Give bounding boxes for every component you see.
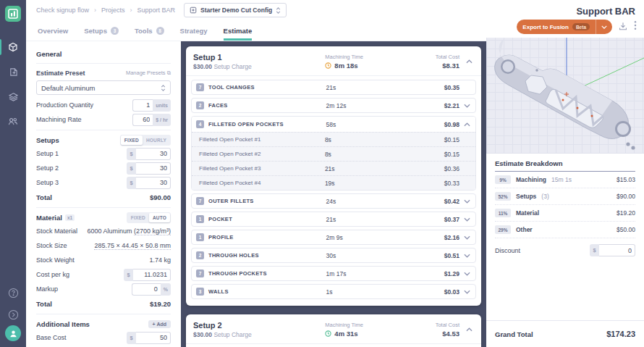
breakdown-label: Machining <box>516 176 546 183</box>
tab-estimate[interactable]: Estimate <box>224 20 253 41</box>
count-badge: 2 <box>196 101 204 109</box>
percent-suffix: % <box>161 283 171 296</box>
feature-time: 21s <box>326 84 413 91</box>
currency-prefix: $ <box>590 244 599 256</box>
feature-row-through-pockets[interactable]: 7THROUGH POCKETS 1m 17s $1.29 <box>191 266 476 281</box>
toggle-auto[interactable]: AUTO <box>149 213 170 222</box>
chevron-down-icon[interactable] <box>459 272 473 276</box>
feature-row-outer-fillets[interactable]: 7OUTER FILLETS 24s $0.42 <box>191 193 476 209</box>
feature-label: PROFILE <box>208 234 234 241</box>
sub-feature-row[interactable]: Filleted Open Pocket #3 21s $0.36 <box>192 161 475 175</box>
markup-input[interactable] <box>132 283 161 296</box>
tab-count-badge: 8 <box>156 27 164 35</box>
setup3-charge-input[interactable] <box>136 177 171 189</box>
feature-cost: $2.21 <box>413 102 459 109</box>
clock-icon <box>325 62 331 69</box>
breadcrumb-current[interactable]: Support BAR <box>137 7 176 14</box>
breakdown-value: $19.20 <box>617 209 635 217</box>
preset-select-value: Default Aluminum <box>41 84 95 92</box>
tab-tools[interactable]: Tools8 <box>135 20 164 41</box>
feature-row-pocket[interactable]: 1POCKET 21s $0.37 <box>191 212 476 227</box>
preset-select[interactable]: Default Aluminum <box>36 80 171 95</box>
toggle-hourly[interactable]: HOURLY <box>143 135 170 145</box>
material-section-header: Material <box>36 214 62 222</box>
feature-row-filleted-open-pockets[interactable]: 4FILLETED OPEN POCKETS 58s $0.98 <box>192 117 475 132</box>
setup1-card-header[interactable]: Setup 1 $30.00 Setup Charge Machining Ti… <box>186 51 481 76</box>
chevron-down-icon[interactable] <box>459 290 473 294</box>
config-selector[interactable]: Starter Demo Cut Config <box>184 3 287 17</box>
sidebar-item-team[interactable] <box>0 109 26 133</box>
collapse-card-icon[interactable] <box>459 59 474 64</box>
rate-unit-suffix: $ / hr <box>153 114 171 126</box>
tab-overview[interactable]: Overview <box>38 20 68 41</box>
add-item-button[interactable]: + Add <box>148 320 171 328</box>
sidebar-item-3d-model[interactable] <box>0 35 26 59</box>
stock-size-value[interactable]: 285.75 × 44.45 × 50.8 mm <box>94 242 171 250</box>
production-quantity-input[interactable] <box>132 99 153 112</box>
material-total-value: $19.20 <box>150 300 171 308</box>
chevron-down-icon[interactable] <box>459 235 473 240</box>
cost-per-kg-input[interactable] <box>133 269 171 281</box>
chevron-down-icon[interactable] <box>459 217 473 222</box>
discount-row: Discount $ <box>495 244 635 256</box>
setup2-card-header[interactable]: Setup 2 $30.00 Setup Charge Machining Ti… <box>186 319 481 344</box>
feature-row-profile[interactable]: 1PROFILE 2m 9s $2.16 <box>191 230 476 245</box>
chevron-down-icon[interactable] <box>459 104 473 108</box>
chevron-down-icon[interactable] <box>459 199 473 204</box>
breadcrumb-projects[interactable]: Projects <box>101 7 125 14</box>
sub-feature-row[interactable]: Filleted Open Pocket #2 8s $0.15 <box>192 146 475 161</box>
feature-row-tool-changes[interactable]: 7TOOL CHANGES 21s $0.35 <box>191 80 476 95</box>
toggle-fixed[interactable]: FIXED <box>121 135 143 145</box>
clock-icon <box>325 330 331 337</box>
chevron-up-icon[interactable] <box>459 122 473 127</box>
base-cost-input[interactable] <box>136 332 171 344</box>
sub-feature-row[interactable]: Filleted Open Pocket #1 8s $0.15 <box>192 132 475 146</box>
kebab-menu-icon[interactable] <box>634 20 637 33</box>
help-button[interactable] <box>0 282 26 304</box>
sub-feature-row[interactable]: Filleted Open Pocket #4 19s $0.33 <box>192 175 475 190</box>
tab-setups[interactable]: Setups3 <box>84 20 119 41</box>
app-logo-icon[interactable] <box>5 6 21 22</box>
markup-label: Markup <box>36 285 58 293</box>
material-mode-toggle: FIXED AUTO <box>127 212 171 223</box>
feature-label: OUTER FILLETS <box>208 198 254 204</box>
feature-time: 1s <box>326 288 413 296</box>
sub-feature-label: Filleted Open Pocket #2 <box>199 151 325 157</box>
divider <box>36 63 171 64</box>
feature-row-walls[interactable]: 3WALLS 1s $0.03 <box>191 284 476 299</box>
3d-part-viewer[interactable] <box>486 38 644 154</box>
feature-row-through-holes[interactable]: 2THROUGH HOLES 30s $0.51 <box>191 248 476 263</box>
tab-label: Tools <box>135 27 153 35</box>
collapse-card-icon[interactable] <box>459 327 474 332</box>
collapse-button[interactable] <box>0 304 26 325</box>
sidebar-item-new-file[interactable] <box>0 59 26 84</box>
general-section-header: General <box>36 50 62 58</box>
setup2-charge-input[interactable] <box>136 162 171 175</box>
percent-badge: 29% <box>495 225 511 234</box>
chevron-down-icon[interactable] <box>459 254 473 258</box>
sidebar-item-layers[interactable] <box>0 84 26 109</box>
setup1-charge-input[interactable] <box>136 148 171 160</box>
select-caret-icon <box>161 85 166 91</box>
sub-feature-time: 21s <box>325 165 413 172</box>
tab-strategy[interactable]: Strategy <box>180 20 208 41</box>
discount-input[interactable] <box>599 244 635 256</box>
toggle-fixed[interactable]: FIXED <box>127 213 149 222</box>
total-cost-column-label: Total Cost <box>413 322 459 328</box>
machining-rate-input[interactable] <box>132 114 153 126</box>
user-avatar[interactable] <box>5 325 21 341</box>
3d-part-render <box>486 38 644 154</box>
breakdown-value: $90.00 <box>617 193 635 200</box>
content-row: General Estimate Preset Manage Presets ⧉… <box>26 41 486 347</box>
export-to-fusion-button[interactable]: Export to Fusion Beta <box>517 20 612 34</box>
feature-row-faces[interactable]: 2FACES 2m 12s $2.21 <box>191 98 476 113</box>
download-icon[interactable] <box>619 20 627 33</box>
manage-presets-link[interactable]: Manage Presets ⧉ <box>126 70 171 77</box>
sub-feature-cost: $0.33 <box>413 180 459 187</box>
export-menu-caret[interactable] <box>596 25 612 29</box>
breadcrumb-workspace[interactable]: Check signup flow <box>36 7 89 14</box>
setup-charge: $30.00 <box>193 63 212 70</box>
breadcrumb: Check signup flow › Projects › Support B… <box>36 7 175 14</box>
stock-material-density[interactable]: (2700 kg/m³) <box>134 227 171 235</box>
count-badge: 3 <box>196 288 204 296</box>
